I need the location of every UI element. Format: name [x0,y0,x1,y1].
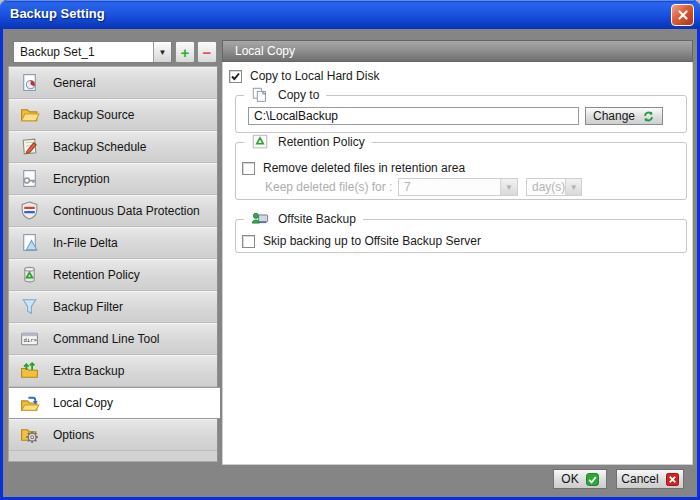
sidebar-item-local-copy[interactable]: Local Copy [9,387,220,419]
sidebar-item-label: Retention Policy [53,268,140,282]
copy-to-local-label: Copy to Local Hard Disk [250,69,379,83]
continuous-data-protection-icon [19,200,40,221]
encryption-icon [19,168,40,189]
copy-to-legend: Copy to [244,86,326,104]
retention-policy-legend: Retention Policy [244,133,372,151]
offsite-backup-icon [251,210,269,228]
sidebar-nav: General Backup Source Backup Schedule En… [8,66,218,462]
options-icon [19,424,40,445]
remove-deleted-label: Remove deleted files in retention area [263,161,465,175]
copy-to-local-checkbox[interactable] [229,70,242,83]
backup-set-value: Backup Set_1 [14,45,153,59]
backup-setting-dialog: Backup Setting Backup Set_1 ▼ + − Genera… [0,0,700,500]
keep-deleted-value-select[interactable]: 7 ▼ [398,178,518,196]
keep-deleted-value: 7 [399,180,500,194]
sidebar-item-backup-source[interactable]: Backup Source [9,99,217,131]
cancel-button-label: Cancel [621,472,658,486]
sidebar-item-continuous-data-protection[interactable]: Continuous Data Protection [9,195,217,227]
add-backup-set-button[interactable]: + [175,41,195,63]
window-title: Backup Setting [10,6,105,21]
keep-deleted-unit: day(s) [527,180,565,194]
cancel-x-icon [666,473,679,486]
chevron-down-icon[interactable]: ▼ [565,179,581,195]
skip-offsite-label: Skip backing up to Offsite Backup Server [263,234,481,248]
sidebar-item-label: Encryption [53,172,110,186]
chevron-down-icon[interactable]: ▼ [500,179,517,195]
titlebar: Backup Setting [0,0,700,29]
keep-deleted-label: Keep deleted file(s) for : [265,180,392,194]
retention-policy-icon [19,264,40,285]
copy-to-legend-label: Copy to [278,88,319,102]
sidebar-item-command-line-tool[interactable]: dir> Command Line Tool [9,323,217,355]
main-panel-header: Local Copy [222,40,693,62]
cancel-button[interactable]: Cancel [616,469,684,489]
sidebar-item-label: Local Copy [53,396,113,410]
backup-schedule-icon [19,136,40,157]
remove-deleted-row: Remove deleted files in retention area [242,161,465,175]
sidebar-item-label: Command Line Tool [53,332,160,346]
skip-offsite-row: Skip backing up to Offsite Backup Server [242,234,481,248]
sidebar-item-label: Backup Schedule [53,140,146,154]
ok-check-icon [586,473,599,486]
dialog-body: Backup Set_1 ▼ + − General Backup Source… [3,29,697,497]
copy-to-group: Copy to C:\LocalBackup Change [235,95,687,133]
sidebar-item-label: General [53,76,96,90]
general-icon [19,72,40,93]
checkmark-icon [230,71,241,82]
sidebar-item-general[interactable]: General [9,67,217,99]
backup-set-select[interactable]: Backup Set_1 ▼ [13,41,172,63]
change-button[interactable]: Change [585,107,663,125]
sidebar-item-label: Options [53,428,94,442]
close-icon[interactable] [671,4,694,26]
remove-backup-set-button[interactable]: − [197,41,217,63]
retention-policy-group: Retention Policy Remove deleted files in… [235,142,687,200]
offsite-backup-group: Offsite Backup Skip backing up to Offsit… [235,219,687,253]
ok-button-label: OK [561,472,578,486]
backup-filter-icon [19,296,40,317]
svg-text:dir>: dir> [23,337,37,343]
command-line-tool-icon: dir> [19,328,40,349]
copy-to-local-row: Copy to Local Hard Disk [229,69,379,83]
sidebar-item-label: Backup Filter [53,300,123,314]
backup-source-icon [19,104,40,125]
sidebar-item-label: In-File Delta [53,236,118,250]
local-copy-icon [19,393,40,414]
sidebar-item-backup-schedule[interactable]: Backup Schedule [9,131,217,163]
chevron-down-icon[interactable]: ▼ [153,42,171,62]
sidebar-item-backup-filter[interactable]: Backup Filter [9,291,217,323]
offsite-backup-legend: Offsite Backup [244,210,363,228]
change-button-label: Change [593,109,635,123]
sidebar-item-extra-backup[interactable]: Extra Backup [9,355,217,387]
extra-backup-icon [19,360,40,381]
offsite-backup-legend-label: Offsite Backup [278,212,356,226]
skip-offsite-checkbox[interactable] [242,235,255,248]
local-copy-path-input[interactable]: C:\LocalBackup [248,107,579,125]
main-panel: Copy to Local Hard Disk Copy to C:\Local… [222,62,693,465]
sidebar-item-retention-policy[interactable]: Retention Policy [9,259,217,291]
keep-deleted-unit-select[interactable]: day(s) ▼ [526,178,582,196]
sidebar-item-label: Backup Source [53,108,134,122]
sidebar-item-in-file-delta[interactable]: In-File Delta [9,227,217,259]
sidebar-item-options[interactable]: Options [9,419,217,451]
sidebar-item-label: Continuous Data Protection [53,204,200,218]
remove-deleted-checkbox[interactable] [242,162,255,175]
in-file-delta-icon [19,232,40,253]
refresh-icon [642,110,655,123]
retention-policy-legend-label: Retention Policy [278,135,365,149]
ok-button[interactable]: OK [553,469,607,489]
sidebar-item-label: Extra Backup [53,364,124,378]
retention-bin-icon [251,133,269,151]
page-title: Local Copy [235,44,295,58]
local-copy-path-value: C:\LocalBackup [254,109,338,123]
sidebar-item-encryption[interactable]: Encryption [9,163,217,195]
copy-icon [251,86,269,104]
